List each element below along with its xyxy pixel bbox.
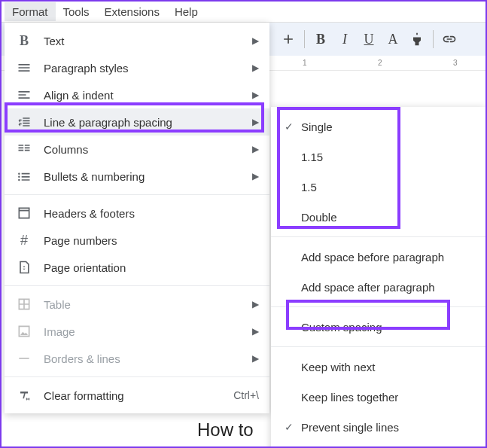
spacing-115[interactable]: 1.15 [271, 142, 485, 172]
bold-button[interactable]: B [309, 28, 332, 50]
separator [271, 236, 485, 237]
spacing-add-before[interactable]: Add space before paragraph [271, 242, 485, 272]
menubar: Format Tools Extensions Help [2, 2, 485, 23]
chevron-right-icon: ▶ [252, 35, 259, 46]
spacing-page-break[interactable]: Add page break before [271, 442, 485, 448]
menu-item-label: Headers & footers [44, 207, 259, 220]
chevron-right-icon: ▶ [252, 171, 259, 181]
separator [5, 194, 269, 195]
separator [5, 376, 269, 377]
line-icon [15, 349, 33, 367]
menu-item-borders: Borders & lines ▶ [5, 345, 269, 372]
chevron-right-icon: ▶ [252, 90, 259, 100]
menu-item-label: Line & paragraph spacing [44, 116, 252, 129]
chevron-right-icon: ▶ [252, 62, 259, 73]
document-text: How to [197, 419, 254, 440]
menu-item-label: Columns [44, 143, 252, 156]
separator [5, 285, 269, 286]
italic-button[interactable]: I [333, 28, 356, 50]
menu-item-text[interactable]: B Text ▶ [5, 27, 269, 54]
menu-item-label: Clear formatting [44, 389, 233, 402]
chevron-right-icon: ▶ [252, 144, 259, 154]
sub-item-label: 1.5 [298, 181, 475, 194]
align-icon [15, 86, 33, 104]
check-icon: ✓ [280, 421, 298, 433]
menu-item-label: Align & indent [44, 89, 252, 102]
menu-item-label: Table [44, 298, 252, 311]
menu-item-label: Text [44, 35, 252, 47]
line-spacing-icon [15, 113, 33, 131]
columns-icon [15, 140, 33, 158]
clear-format-icon [15, 386, 33, 404]
chevron-right-icon: ▶ [252, 326, 259, 337]
spacing-submenu: ✓ Single 1.15 1.5 Double Add space befor… [271, 107, 485, 448]
menu-item-line-spacing[interactable]: Line & paragraph spacing ▶ [5, 108, 269, 136]
hash-icon: # [15, 231, 33, 249]
sub-item-label: Add space before paragraph [298, 251, 475, 264]
menu-extensions[interactable]: Extensions [97, 2, 167, 21]
menu-item-clear-formatting[interactable]: Clear formatting Ctrl+\ [5, 382, 269, 409]
shortcut-label: Ctrl+\ [233, 389, 259, 401]
separator [271, 346, 485, 347]
menu-item-columns[interactable]: Columns ▶ [5, 136, 269, 163]
ruler-mark: 1 [303, 59, 307, 67]
link-button[interactable] [438, 28, 461, 50]
menu-item-label: Borders & lines [44, 352, 252, 365]
menu-item-label: Paragraph styles [44, 62, 252, 75]
separator [271, 306, 485, 307]
ruler-mark: 3 [453, 59, 458, 67]
menu-tools[interactable]: Tools [56, 2, 97, 21]
menu-item-bullets[interactable]: Bullets & numbering ▶ [5, 163, 269, 190]
spacing-custom[interactable]: Custom spacing [271, 312, 485, 342]
chevron-right-icon: ▶ [252, 353, 259, 364]
sub-item-label: Prevent single lines [298, 421, 475, 434]
menu-format[interactable]: Format [5, 2, 56, 21]
chevron-right-icon: ▶ [252, 117, 259, 127]
highlighter-icon [409, 32, 425, 47]
link-icon [442, 32, 457, 47]
menu-help[interactable]: Help [167, 2, 205, 21]
check-icon: ✓ [280, 120, 298, 133]
headers-icon [15, 204, 33, 222]
spacing-add-after[interactable]: Add space after paragraph [271, 272, 485, 302]
sub-item-label: Single [298, 120, 475, 133]
spacing-double[interactable]: Double [271, 202, 485, 232]
menu-item-paragraph-styles[interactable]: Paragraph styles ▶ [5, 54, 269, 81]
sub-item-label: Keep lines together [298, 391, 475, 404]
bold-icon: B [15, 32, 33, 50]
table-icon [15, 295, 33, 313]
menu-item-headers-footers[interactable]: Headers & footers [5, 200, 269, 227]
menu-item-label: Page orientation [44, 261, 259, 274]
spacing-keep-lines[interactable]: Keep lines together [271, 382, 485, 412]
sub-item-label: Add space after paragraph [298, 281, 475, 294]
menu-item-page-orientation[interactable]: Page orientation [5, 254, 269, 281]
menu-item-table: Table ▶ [5, 291, 269, 318]
highlight-button[interactable] [406, 28, 428, 50]
menu-item-align-indent[interactable]: Align & indent ▶ [5, 81, 269, 108]
menu-item-page-numbers[interactable]: # Page numbers [5, 227, 269, 254]
chevron-right-icon: ▶ [252, 299, 259, 309]
spacing-keep-next[interactable]: Keep with next [271, 352, 485, 382]
menu-item-label: Image [44, 325, 252, 338]
text-color-button[interactable]: A [382, 28, 404, 50]
sub-item-label: Keep with next [298, 361, 475, 373]
orientation-icon [15, 258, 33, 276]
ruler-mark: 2 [378, 59, 382, 67]
menu-item-image: Image ▶ [5, 318, 269, 345]
image-icon [15, 322, 33, 340]
format-dropdown: B Text ▶ Paragraph styles ▶ Align & inde… [5, 23, 269, 413]
spacing-15[interactable]: 1.5 [271, 172, 485, 202]
sub-item-label: 1.15 [298, 151, 475, 163]
spacing-single[interactable]: ✓ Single [271, 111, 485, 142]
plus-icon [281, 32, 296, 47]
add-button[interactable] [277, 28, 300, 50]
sub-item-label: Custom spacing [298, 321, 475, 334]
spacing-prevent-single[interactable]: ✓ Prevent single lines [271, 412, 485, 442]
menu-item-label: Bullets & numbering [44, 170, 252, 183]
menu-item-label: Page numbers [44, 234, 259, 247]
bullets-icon [15, 167, 33, 185]
underline-button[interactable]: U [358, 28, 380, 50]
paragraph-icon [15, 59, 33, 77]
sub-item-label: Double [298, 211, 475, 224]
